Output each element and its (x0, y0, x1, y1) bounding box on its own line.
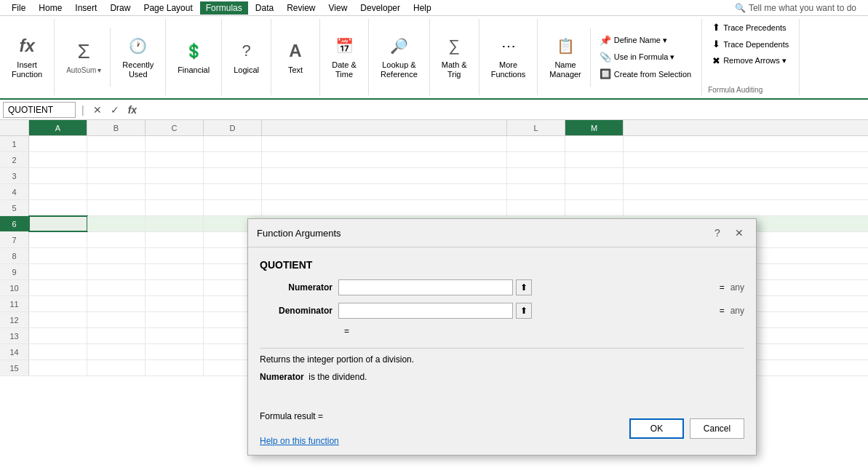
help-link[interactable]: Help on this function (260, 436, 339, 446)
denominator-equals: = (720, 306, 725, 316)
numerator-collapse-button[interactable]: ⬆ (516, 279, 532, 295)
ribbon-math-group: ∑ Math & Trig (430, 19, 479, 95)
trace-precedents-icon: ⬆ (712, 22, 720, 33)
dialog-titlebar: Function Arguments ? ✕ (248, 219, 756, 247)
confirm-button[interactable]: ✓ (108, 104, 122, 116)
arg-description: Numerator is the dividend. (260, 372, 744, 382)
denominator-input[interactable] (338, 303, 513, 319)
numerator-label: Numerator (260, 282, 333, 293)
trace-dependents-button[interactable]: ⬇ Trace Dependents (708, 37, 793, 51)
menu-pagelayout[interactable]: Page Layout (138, 1, 198, 15)
financial-icon: 💲 (182, 39, 205, 63)
formula-auditing-label: Formula Auditing (708, 84, 763, 94)
trace-precedents-button[interactable]: ⬆ Trace Precedents (708, 20, 793, 34)
menu-review[interactable]: Review (281, 1, 321, 15)
dialog-title: Function Arguments (257, 228, 341, 239)
use-in-formula-button[interactable]: 📎 Use in Formula ▾ (595, 50, 696, 64)
use-in-formula-label: Use in Formula ▾ (614, 52, 675, 62)
menu-insert[interactable]: Insert (69, 1, 103, 15)
autosum-chevron: ▾ (97, 66, 101, 74)
define-name-icon: 📌 (600, 35, 611, 46)
ribbon-datetime-group: 📅 Date & Time (320, 19, 369, 95)
numerator-equals: = (720, 282, 725, 293)
remove-arrows-label: Remove Arrows ▾ (723, 56, 787, 65)
denominator-collapse-button[interactable]: ⬆ (516, 303, 532, 319)
dialog-body: QUOTIENT Numerator ⬆ = any Denominator (248, 247, 756, 405)
tell-me-text: Tell me what you want to do (749, 3, 856, 13)
datetime-icon: 📅 (333, 35, 356, 58)
formula-input[interactable] (143, 103, 865, 116)
define-name-label: Define Name ▾ (614, 36, 667, 45)
function-button[interactable]: fx (125, 104, 140, 116)
dialog-footer: Formula result = Help on this function O… (248, 405, 756, 455)
menu-formulas[interactable]: Formulas (200, 1, 248, 15)
name-box[interactable] (3, 102, 76, 118)
ribbon-logical-group: ? Logical (222, 19, 271, 95)
dialog-close-button[interactable]: ✕ (731, 225, 747, 241)
dialog-controls: ? ✕ (709, 225, 747, 241)
remove-arrows-button[interactable]: ✖ Remove Arrows ▾ (708, 54, 793, 68)
cancel-button[interactable]: Cancel (690, 418, 744, 439)
function-arguments-dialog: Function Arguments ? ✕ QUOTIENT Numerato… (247, 218, 757, 456)
datetime-label: Date & Time (332, 60, 357, 79)
ribbon: fx Insert Function Σ AutoSum ▾ 🕐 Recentl… (0, 16, 868, 100)
ribbon-text-group: A Text (271, 19, 320, 95)
ribbon-more-functions-group: ⋯ More Functions (479, 19, 538, 95)
ribbon-autosum-group: Σ AutoSum ▾ 🕐 Recently Used (55, 19, 166, 95)
datetime-button[interactable]: 📅 Date & Time (326, 32, 362, 83)
create-from-selection-label: Create from Selection (614, 70, 691, 79)
text-label: Text (288, 65, 303, 75)
menu-home[interactable]: Home (33, 1, 68, 15)
denominator-label: Denominator (260, 306, 333, 316)
math-label: Math & Trig (442, 60, 467, 79)
insert-function-button[interactable]: fx Insert Function (6, 32, 48, 83)
more-functions-icon: ⋯ (497, 35, 520, 58)
function-name: QUOTIENT (260, 259, 744, 271)
math-icon: ∑ (442, 35, 466, 58)
autosum-dropdown[interactable]: AutoSum ▾ (66, 66, 101, 74)
autosum-label: AutoSum (66, 66, 96, 74)
tell-me-search: 🔍 Tell me what you want to do (729, 3, 862, 13)
financial-label: Financial (178, 65, 210, 75)
denominator-input-wrap: ⬆ (338, 303, 711, 319)
result-equals: = (344, 326, 744, 336)
logical-button[interactable]: ? Logical (228, 32, 265, 83)
menu-developer[interactable]: Developer (354, 1, 406, 15)
collapse-icon: ⬆ (520, 282, 527, 293)
arg-description-label: Numerator (260, 372, 304, 382)
lookup-button[interactable]: 🔎 Lookup & Reference (375, 32, 423, 83)
menu-bar: File Home Insert Draw Page Layout Formul… (0, 0, 868, 16)
insert-function-label: Insert Function (12, 60, 42, 79)
numerator-input-wrap: ⬆ (338, 279, 711, 295)
menu-file[interactable]: File (6, 1, 31, 15)
dialog-buttons: OK Cancel (629, 418, 744, 439)
ok-button[interactable]: OK (629, 418, 684, 439)
menu-help[interactable]: Help (407, 1, 437, 15)
name-manager-button[interactable]: 📋 Name Manager (544, 32, 586, 83)
ribbon-formula-auditing-group: ⬆ Trace Precedents ⬇ Trace Dependents ✖ … (702, 19, 800, 95)
menu-draw[interactable]: Draw (104, 1, 136, 15)
sigma-icon: Σ (72, 40, 95, 63)
financial-button[interactable]: 💲 Financial (172, 32, 215, 83)
more-functions-button[interactable]: ⋯ More Functions (485, 32, 532, 83)
numerator-input[interactable] (338, 279, 513, 295)
description-area: Returns the integer portion of a divisio… (260, 348, 744, 382)
menu-data[interactable]: Data (250, 1, 279, 15)
text-button[interactable]: A Text (277, 32, 314, 83)
ribbon-financial-group: 💲 Financial (166, 19, 222, 95)
cancel-button[interactable]: ✕ (90, 104, 105, 116)
lookup-icon: 🔎 (387, 35, 410, 58)
create-from-selection-button[interactable]: 🔲 Create from Selection (595, 67, 696, 81)
autosum-button[interactable]: Σ AutoSum ▾ (60, 32, 107, 83)
remove-arrows-icon: ✖ (712, 55, 720, 66)
recently-used-button[interactable]: 🕐 Recently Used (116, 32, 159, 83)
collapse-icon-2: ⬆ (520, 306, 527, 316)
formula-bar-separator: | (79, 104, 87, 116)
math-button[interactable]: ∑ Math & Trig (436, 32, 473, 83)
dialog-help-button[interactable]: ? (709, 225, 725, 241)
arg-row-denominator: Denominator ⬆ = any (260, 303, 744, 319)
define-name-button[interactable]: 📌 Define Name ▾ (595, 33, 696, 47)
arg-description-text: is the dividend. (308, 372, 367, 382)
menu-view[interactable]: View (323, 1, 354, 15)
name-manager-icon: 📋 (554, 35, 577, 58)
